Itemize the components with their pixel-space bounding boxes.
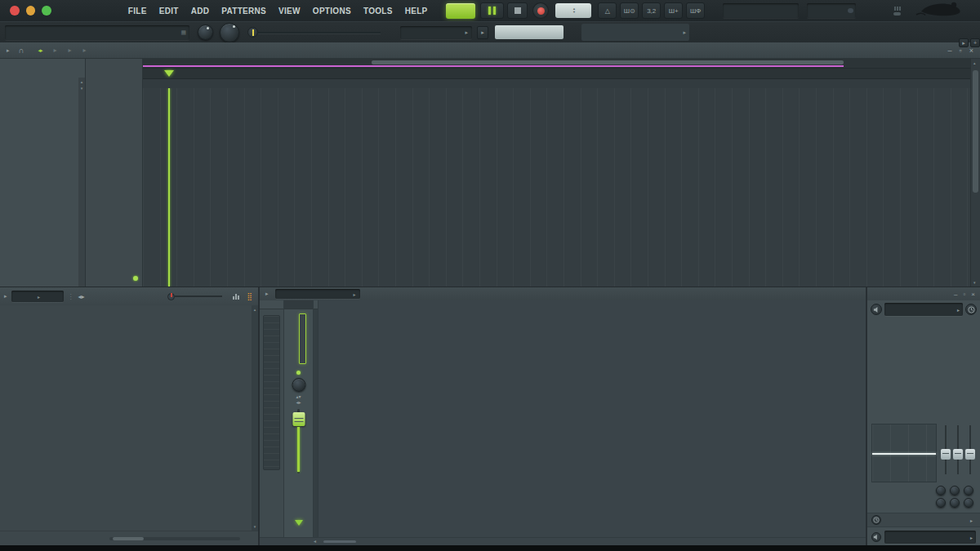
main-volume-knob[interactable] — [220, 23, 239, 42]
eq-knob[interactable] — [950, 486, 960, 495]
picker-scrollbar[interactable]: ▴▾ — [78, 78, 85, 287]
stop-button[interactable] — [507, 2, 528, 19]
master-stereo-controls[interactable]: ▴▾◂▸ — [284, 394, 313, 406]
master-enable-led[interactable] — [296, 371, 301, 375]
group-filter-select[interactable] — [11, 291, 64, 302]
playlist-menu-icon[interactable] — [7, 47, 10, 54]
speaker-icon[interactable] — [871, 304, 882, 315]
clock-icon[interactable] — [965, 304, 977, 315]
channel-rack-vscroll[interactable]: ▴▾ — [252, 305, 258, 531]
master-column-header[interactable] — [284, 300, 313, 309]
eq-response-graph[interactable] — [871, 424, 937, 482]
metronome-icon[interactable]: △ — [598, 2, 617, 19]
play-pause-button[interactable] — [480, 2, 504, 19]
eq-knob[interactable] — [964, 498, 973, 508]
channel-rack-hscroll[interactable] — [109, 537, 240, 540]
menu-item[interactable]: EDIT — [159, 7, 179, 16]
time-plugin-select[interactable] — [884, 513, 976, 527]
track-header[interactable] — [86, 59, 143, 287]
menu-item[interactable]: TOOLS — [363, 7, 393, 16]
menu-item[interactable]: ADD — [191, 7, 210, 16]
track-mute-led[interactable] — [133, 276, 138, 281]
clock-icon[interactable] — [871, 515, 881, 525]
wait-for-input-icon[interactable]: Ш⊙ — [620, 2, 639, 19]
pattern-prev-button[interactable] — [477, 26, 488, 39]
scroll-up-icon[interactable] — [973, 60, 976, 65]
menu-item[interactable]: FILE — [128, 7, 147, 16]
window-zoom-icon[interactable] — [42, 6, 51, 16]
vscroll-thumb[interactable] — [973, 70, 978, 193]
mixer-layout-select[interactable] — [275, 289, 360, 299]
plugin-slot-select[interactable] — [884, 303, 963, 316]
timeline-ruler[interactable] — [143, 69, 970, 79]
snap-selector[interactable] — [400, 26, 472, 39]
graph-editor-icon[interactable] — [233, 294, 239, 300]
eq-knob[interactable] — [950, 498, 960, 508]
scroll-down-icon[interactable] — [973, 280, 976, 285]
window-close-icon[interactable] — [10, 6, 20, 16]
playhead-line[interactable] — [168, 88, 170, 287]
mixer-hscroll[interactable] — [260, 537, 866, 545]
loop-record-icon[interactable]: Ш+ — [664, 2, 683, 19]
hscroll-thumb[interactable] — [372, 60, 844, 64]
mixer-hscroll-thumb[interactable] — [323, 540, 356, 543]
step-edit-icon[interactable]: ШФ — [686, 2, 705, 19]
tempo-display[interactable]: ▲▼ — [555, 3, 591, 18]
mixer-master-strip[interactable]: ▴▾◂▸ — [284, 300, 314, 537]
eq-high-slider[interactable] — [965, 425, 975, 481]
close-icon[interactable] — [971, 291, 975, 298]
maximize-icon[interactable] — [960, 47, 962, 55]
menu-item[interactable]: PATTERNS — [221, 7, 266, 16]
output-routing-select[interactable] — [884, 531, 976, 544]
output-speaker-icon[interactable] — [871, 532, 881, 542]
playback-shuttle[interactable] — [247, 27, 381, 38]
news-ticker[interactable] — [581, 24, 689, 41]
titlebar: FILEEDITADDPATTERNSVIEWOPTIONSTOOLSHELP … — [0, 0, 980, 21]
mixer-menu-icon[interactable] — [265, 291, 269, 297]
playlist-vscroll[interactable]: + — [970, 59, 980, 287]
main-pitch-knob[interactable] — [198, 24, 213, 40]
mixer-current-column[interactable] — [260, 300, 284, 537]
swing-slider[interactable] — [167, 293, 222, 300]
window-minimize-icon[interactable] — [26, 6, 36, 16]
eq-low-slider[interactable] — [941, 425, 951, 481]
current-column-header[interactable] — [260, 300, 283, 309]
tempo-spinner-icon[interactable]: ▲▼ — [572, 7, 576, 14]
countdown-icon[interactable]: 3,2 — [642, 2, 661, 19]
eq-knob[interactable] — [936, 498, 946, 508]
menu-item[interactable]: HELP — [405, 7, 428, 16]
pattern-selector[interactable] — [495, 25, 564, 39]
playlist-timeline — [143, 59, 970, 287]
scroll-left-icon[interactable] — [314, 538, 316, 544]
playlist-hscroll[interactable] — [143, 59, 970, 69]
mixer-strips: ▴▾◂▸ — [260, 300, 866, 537]
menu-item[interactable]: VIEW — [278, 7, 301, 16]
news-next-icon[interactable] — [683, 29, 686, 36]
playlist-play-icon[interactable]: ◂▸ — [38, 47, 42, 54]
record-button[interactable] — [532, 2, 548, 19]
arrangement-track-lane[interactable] — [143, 88, 970, 287]
track-name[interactable] — [86, 78, 142, 80]
shuttle-rail[interactable] — [258, 32, 381, 33]
swing-marker-icon[interactable] — [167, 293, 175, 300]
add-track-button[interactable]: + — [970, 38, 980, 47]
eq-knob[interactable] — [964, 486, 973, 495]
close-icon[interactable] — [969, 47, 973, 55]
maximize-icon[interactable] — [963, 291, 965, 298]
eq-knob[interactable] — [936, 486, 946, 495]
playhead-marker-icon[interactable] — [164, 70, 174, 77]
pat-song-switch[interactable] — [446, 3, 476, 19]
minimize-icon[interactable] — [948, 47, 952, 55]
shuttle-marker-icon[interactable] — [247, 27, 258, 38]
master-fader-handle[interactable] — [292, 412, 305, 426]
minimize-icon[interactable] — [954, 291, 957, 298]
channel-rack-menu-icon[interactable] — [4, 293, 7, 300]
snap-magnet-icon[interactable]: ∩ — [16, 46, 28, 55]
time-plugin-row — [867, 513, 980, 527]
eq-mid-slider[interactable] — [953, 425, 963, 481]
step-grid-icon[interactable]: ⣿ — [247, 292, 252, 300]
master-pan-knob[interactable] — [292, 378, 305, 392]
scroll-right-button[interactable] — [959, 38, 969, 47]
mixer-divider — [314, 300, 318, 537]
menu-item[interactable]: OPTIONS — [313, 7, 351, 16]
